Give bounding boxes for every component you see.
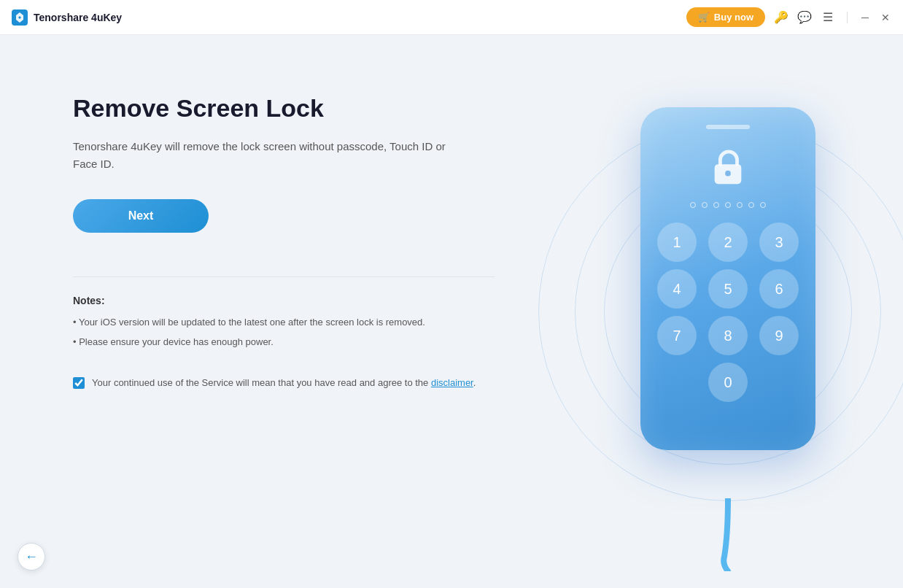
key-4: 4: [657, 269, 697, 309]
phone-speaker: [706, 125, 750, 129]
disclaimer-text: Your continued use of the Service will m…: [92, 376, 476, 390]
dot-5: [737, 202, 743, 208]
notes-title: Notes:: [73, 295, 495, 306]
phone-illustration: 1 2 3 4 5 6 7 8 9 0: [619, 107, 837, 516]
key-icon[interactable]: 🔑: [774, 10, 788, 25]
title-bar-right: 🛒 Buy now 🔑 💬 ☰ ─ ✕: [686, 7, 891, 27]
passcode-dots: [690, 202, 766, 208]
title-bar-left: Tenorshare 4uKey: [12, 9, 122, 26]
app-name: Tenorshare 4uKey: [34, 12, 122, 23]
main-content: Remove Screen Lock Tenorshare 4uKey will…: [0, 35, 903, 588]
key-3: 3: [759, 223, 799, 262]
dot-3: [713, 202, 719, 208]
notes-section: Notes: • Your iOS version will be update…: [73, 295, 495, 355]
page-title: Remove Screen Lock: [73, 93, 495, 123]
dot-1: [690, 202, 696, 208]
menu-icon[interactable]: ☰: [821, 10, 835, 25]
buy-now-label: Buy now: [714, 12, 753, 23]
phone-cable: [713, 498, 743, 574]
left-panel: Remove Screen Lock Tenorshare 4uKey will…: [0, 35, 553, 588]
key-1: 1: [657, 223, 697, 262]
dot-6: [748, 202, 754, 208]
lock-icon: [710, 147, 746, 187]
key-0: 0: [708, 363, 748, 402]
title-bar: Tenorshare 4uKey 🛒 Buy now 🔑 💬 ☰ ─ ✕: [0, 0, 903, 35]
dot-4: [725, 202, 731, 208]
key-7: 7: [657, 316, 697, 355]
divider: [73, 276, 495, 277]
buy-now-button[interactable]: 🛒 Buy now: [686, 7, 765, 27]
next-button[interactable]: Next: [73, 199, 209, 233]
note-item-1: • Your iOS version will be updated to th…: [73, 315, 495, 330]
dot-2: [702, 202, 708, 208]
note-item-2: • Please ensure your device has enough p…: [73, 335, 495, 349]
minimize-button[interactable]: ─: [859, 12, 871, 23]
phone-body: 1 2 3 4 5 6 7 8 9 0: [640, 107, 815, 450]
cart-icon: 🛒: [698, 12, 710, 23]
disclaimer-checkbox[interactable]: [73, 377, 85, 389]
back-button[interactable]: ←: [18, 543, 45, 570]
key-5: 5: [708, 269, 748, 309]
app-logo: [12, 9, 28, 26]
keypad: 1 2 3 4 5 6 7 8 9 0: [655, 223, 801, 402]
title-bar-divider: [847, 12, 848, 23]
disclaimer-link[interactable]: disclaimer: [431, 377, 473, 388]
key-2: 2: [708, 223, 748, 262]
right-panel: 1 2 3 4 5 6 7 8 9 0: [553, 35, 903, 588]
disclaimer-section: Your continued use of the Service will m…: [73, 376, 495, 390]
key-9: 9: [759, 316, 799, 355]
key-8: 8: [708, 316, 748, 355]
dot-7: [760, 202, 766, 208]
chat-icon[interactable]: 💬: [797, 10, 812, 25]
key-6: 6: [759, 269, 799, 309]
back-arrow-icon: ←: [25, 549, 38, 565]
svg-point-2: [725, 171, 731, 177]
page-description: Tenorshare 4uKey will remove the lock sc…: [73, 138, 452, 173]
lock-icon-container: [705, 144, 751, 190]
close-button[interactable]: ✕: [880, 12, 891, 23]
